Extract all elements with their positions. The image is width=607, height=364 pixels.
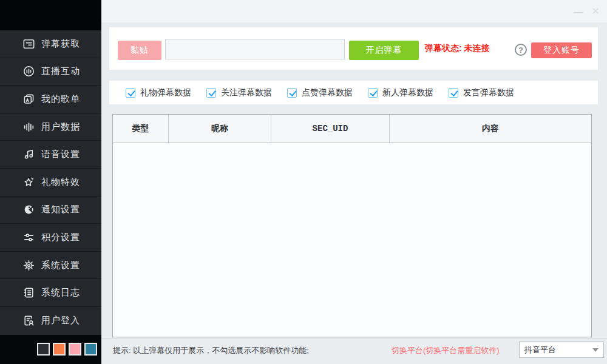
column-header-content: 内容 bbox=[390, 115, 591, 143]
system-log-icon bbox=[22, 286, 35, 300]
room-url-input[interactable] bbox=[165, 39, 345, 59]
sidebar-item-system-settings[interactable]: 系统设置 bbox=[0, 252, 101, 280]
sidebar-item-points-settings[interactable]: 积分设置 bbox=[0, 224, 101, 252]
sidebar-item-danmaku-capture[interactable]: 弹幕获取 bbox=[0, 30, 101, 58]
sidebar-item-label: 语音设置 bbox=[41, 149, 80, 160]
app-window: 弹幕获取 直播互动 我的歌单 bbox=[0, 0, 607, 364]
sidebar-header bbox=[0, 0, 101, 30]
filter-like: 点赞弹幕数据 bbox=[287, 87, 368, 98]
column-header-sec-uid: SEC_UID bbox=[271, 115, 390, 143]
sidebar-menu: 弹幕获取 直播互动 我的歌单 bbox=[0, 30, 101, 335]
gift-effects-icon bbox=[22, 175, 35, 189]
start-danmaku-button[interactable]: 开启弹幕 bbox=[349, 41, 419, 60]
user-login-icon bbox=[22, 314, 35, 328]
footer-bar: 提示: 以上弹幕仅用于展示，不勾选展示不影响软件功能; 切换平台(切换平台需重启… bbox=[101, 338, 607, 364]
checkbox-label: 新人弹幕数据 bbox=[382, 87, 433, 98]
sidebar-item-label: 弹幕获取 bbox=[41, 38, 80, 50]
sidebar-item-label: 直播互动 bbox=[41, 66, 80, 77]
table-header: 类型 昵称 SEC_UID 内容 bbox=[113, 115, 591, 143]
checkbox-newcomer-danmaku[interactable] bbox=[368, 88, 378, 98]
danmaku-status-text: 弹幕状态: 未连接 bbox=[425, 43, 490, 54]
checkbox-label: 礼物弹幕数据 bbox=[140, 87, 191, 98]
my-playlist-icon bbox=[22, 92, 35, 106]
sidebar-item-label: 通知设置 bbox=[41, 204, 80, 215]
theme-swatch-teal[interactable] bbox=[84, 343, 97, 356]
sidebar-item-label: 积分设置 bbox=[41, 232, 80, 243]
column-header-type: 类型 bbox=[113, 115, 169, 143]
checkbox-gift-danmaku[interactable] bbox=[126, 88, 135, 98]
switch-platform-text: 切换平台(切换平台需重启软件) bbox=[392, 345, 500, 356]
titlebar: — ✕ bbox=[101, 0, 607, 22]
theme-swatch-pink[interactable] bbox=[69, 343, 81, 356]
checkbox-follow-danmaku[interactable] bbox=[206, 88, 216, 98]
system-settings-icon bbox=[22, 258, 35, 272]
sidebar-item-label: 用户数据 bbox=[41, 121, 80, 133]
filter-gift: 礼物弹幕数据 bbox=[126, 87, 206, 98]
checkbox-label: 点赞弹幕数据 bbox=[302, 87, 353, 98]
sidebar-item-notification-settings[interactable]: 通知设置 bbox=[0, 197, 101, 224]
checkbox-chat-danmaku[interactable] bbox=[449, 88, 458, 98]
platform-select[interactable]: 抖音平台 bbox=[519, 342, 604, 358]
checkbox-label: 发言弹幕数据 bbox=[463, 87, 514, 98]
main-area: — ✕ 黏贴 开启弹幕 弹幕状态: 未连接 ? 登入账号 礼物弹幕数据 bbox=[101, 0, 607, 364]
sidebar-item-gift-effects[interactable]: 礼物特效 bbox=[0, 169, 101, 197]
live-interaction-icon bbox=[22, 65, 35, 78]
sidebar-item-label: 礼物特效 bbox=[41, 177, 80, 188]
connection-toolbar: 黏贴 开启弹幕 弹幕状态: 未连接 ? 登入账号 bbox=[109, 27, 598, 70]
filters-row: 礼物弹幕数据 关注弹幕数据 点赞弹幕数据 新人弹幕数据 bbox=[109, 81, 598, 104]
sidebar-item-label: 系统日志 bbox=[41, 287, 80, 298]
help-icon[interactable]: ? bbox=[515, 44, 527, 56]
checkbox-label: 关注弹幕数据 bbox=[221, 87, 272, 98]
footer-hint-text: 提示: 以上弹幕仅用于展示，不勾选展示不影响软件功能; bbox=[113, 345, 309, 356]
notification-settings-icon bbox=[22, 203, 35, 217]
points-settings-icon bbox=[22, 231, 35, 244]
minimize-button[interactable]: — bbox=[574, 7, 583, 16]
sidebar-footer bbox=[0, 335, 101, 364]
login-account-button[interactable]: 登入账号 bbox=[531, 42, 592, 58]
danmaku-capture-icon bbox=[22, 37, 35, 50]
sidebar: 弹幕获取 直播互动 我的歌单 bbox=[0, 0, 101, 364]
platform-selected-value: 抖音平台 bbox=[524, 345, 592, 356]
sidebar-item-user-login[interactable]: 用户登入 bbox=[0, 307, 101, 335]
user-data-icon bbox=[22, 120, 35, 133]
sidebar-item-label: 用户登入 bbox=[41, 315, 80, 326]
voice-settings-icon bbox=[22, 148, 35, 161]
danmaku-filters: 礼物弹幕数据 关注弹幕数据 点赞弹幕数据 新人弹幕数据 bbox=[109, 81, 598, 104]
paste-button[interactable]: 黏贴 bbox=[118, 41, 161, 60]
filter-chat: 发言弹幕数据 bbox=[449, 87, 529, 98]
theme-swatch-dark[interactable] bbox=[37, 343, 50, 356]
sidebar-item-live-interaction[interactable]: 直播互动 bbox=[0, 58, 101, 86]
column-header-nickname: 昵称 bbox=[169, 115, 271, 143]
sidebar-item-my-playlist[interactable]: 我的歌单 bbox=[0, 86, 101, 113]
checkbox-like-danmaku[interactable] bbox=[287, 88, 297, 98]
sidebar-item-voice-settings[interactable]: 语音设置 bbox=[0, 141, 101, 169]
table-body[interactable] bbox=[113, 143, 591, 337]
theme-swatches bbox=[37, 343, 97, 356]
sidebar-item-label: 我的歌单 bbox=[41, 93, 80, 105]
sidebar-item-label: 系统设置 bbox=[41, 260, 80, 271]
filter-newcomer: 新人弹幕数据 bbox=[368, 87, 449, 98]
filter-follow: 关注弹幕数据 bbox=[206, 87, 287, 98]
content: 黏贴 开启弹幕 弹幕状态: 未连接 ? 登入账号 礼物弹幕数据 关注弹幕数据 bbox=[101, 22, 607, 364]
sidebar-item-user-data[interactable]: 用户数据 bbox=[0, 113, 101, 141]
sidebar-item-system-log[interactable]: 系统日志 bbox=[0, 279, 101, 307]
theme-swatch-orange[interactable] bbox=[53, 343, 66, 356]
close-button[interactable]: ✕ bbox=[592, 7, 600, 16]
danmaku-table: 类型 昵称 SEC_UID 内容 bbox=[112, 114, 592, 337]
chevron-down-icon bbox=[592, 348, 599, 352]
